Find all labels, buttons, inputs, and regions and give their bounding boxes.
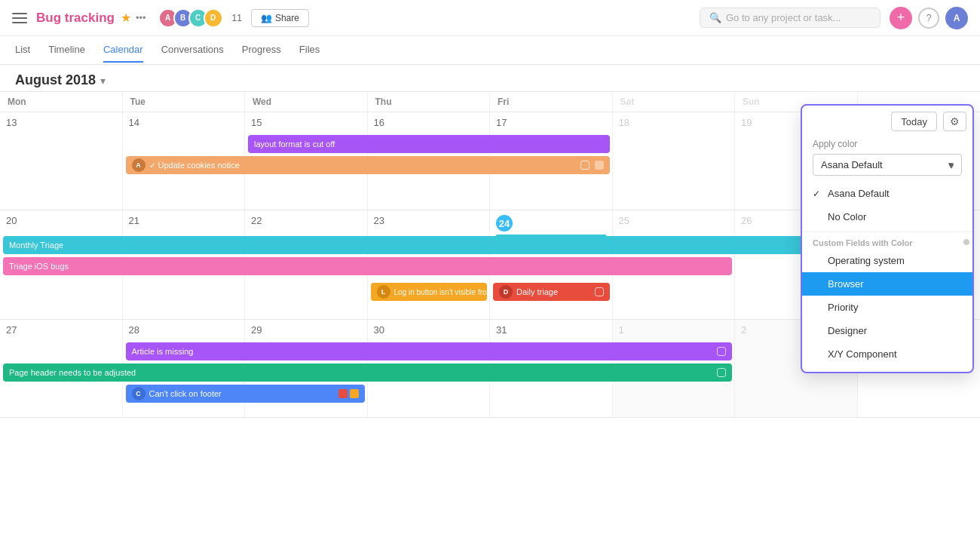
share-button[interactable]: 👥 Share bbox=[251, 9, 309, 27]
event-layout-format[interactable]: layout format is cut off bbox=[248, 135, 610, 153]
help-button[interactable]: ? bbox=[918, 8, 939, 29]
menu-divider bbox=[802, 232, 972, 232]
share-icon: 👥 bbox=[261, 13, 272, 23]
add-button[interactable]: + bbox=[890, 7, 912, 29]
custom-fields-label: Custom Fields with Color bbox=[802, 235, 972, 249]
tab-calendar[interactable]: Calendar bbox=[103, 38, 143, 63]
event-checkbox-daily[interactable] bbox=[595, 287, 604, 296]
apply-color-section: Apply color Asana Default ▾ bbox=[802, 131, 972, 179]
search-icon: 🔍 bbox=[709, 12, 721, 23]
event-triage-ios[interactable]: Triage iOS bugs bbox=[3, 257, 732, 275]
top-bar: Bug tracking ★ ••• A B C D 11 👥 Share 🔍 … bbox=[0, 0, 980, 36]
avatar-group: A B C D bbox=[158, 8, 223, 28]
event-article-missing[interactable]: Article is missing bbox=[126, 342, 733, 360]
option-operating-system[interactable]: ✓ Operating system bbox=[802, 249, 972, 272]
panel-top-bar: Today ⚙ bbox=[802, 106, 972, 131]
day-cell-13: 13 bbox=[0, 112, 123, 210]
event-monthly-triage[interactable]: Monthly Triage bbox=[3, 236, 855, 254]
option-priority[interactable]: ✓ Priority bbox=[802, 296, 972, 319]
event-badge-red bbox=[338, 389, 348, 398]
event-avatar-daily: D bbox=[499, 285, 513, 299]
scrollbar-dot bbox=[963, 239, 969, 245]
event-avatar: A bbox=[132, 158, 145, 172]
day-header-sat: Sat bbox=[613, 92, 736, 112]
month-dropdown-arrow[interactable]: ▾ bbox=[100, 75, 106, 87]
user-avatar[interactable]: A bbox=[945, 7, 968, 29]
more-icon[interactable]: ••• bbox=[136, 12, 146, 23]
color-select-wrapper: Asana Default ▾ bbox=[813, 154, 962, 176]
tab-conversations[interactable]: Conversations bbox=[161, 38, 224, 63]
event-checkbox-article[interactable] bbox=[717, 347, 726, 356]
event-page-header[interactable]: Page header needs to be adjusted bbox=[3, 363, 732, 382]
event-login-button[interactable]: L Log in button isn't visible from mobil… bbox=[371, 283, 488, 301]
option-asana-default[interactable]: ✓ Asana Default bbox=[802, 182, 972, 205]
event-avatar-login: L bbox=[377, 285, 390, 299]
project-title: Bug tracking bbox=[36, 11, 115, 26]
day-header-thu: Thu bbox=[368, 92, 491, 112]
day-header-fri: Fri bbox=[490, 92, 613, 112]
apply-color-label: Apply color bbox=[813, 139, 962, 149]
today-button[interactable]: Today bbox=[891, 112, 937, 131]
option-xy-component[interactable]: ✓ X/Y Component bbox=[802, 342, 972, 366]
event-daily-triage[interactable]: D Daily triage bbox=[493, 283, 610, 301]
search-bar[interactable]: 🔍 Go to any project or task... bbox=[700, 8, 880, 28]
apply-color-panel: Today ⚙ Apply color Asana Default ▾ ✓ As… bbox=[801, 104, 974, 373]
event-badge-orange bbox=[350, 389, 359, 398]
day-cell-18: 18 bbox=[613, 112, 736, 210]
month-title: August 2018 bbox=[15, 72, 96, 88]
option-browser[interactable]: Browser bbox=[802, 272, 972, 296]
settings-button[interactable]: ⚙ bbox=[943, 112, 966, 131]
event-checkbox-1[interactable] bbox=[580, 161, 590, 170]
color-dropdown-menu: ✓ Asana Default ✓ No Color Custom Fields… bbox=[802, 182, 972, 366]
menu-icon[interactable] bbox=[12, 13, 27, 23]
day-header-tue: Tue bbox=[123, 92, 246, 112]
tab-timeline[interactable]: Timeline bbox=[48, 38, 85, 63]
day-header-mon: Mon bbox=[0, 92, 123, 112]
option-designer[interactable]: ✓ Designer bbox=[802, 319, 972, 342]
tab-list[interactable]: List bbox=[15, 38, 30, 63]
event-checkbox-header[interactable] bbox=[717, 368, 726, 377]
tab-files[interactable]: Files bbox=[299, 38, 320, 63]
event-checkbox-2[interactable] bbox=[595, 161, 604, 170]
avatar: D bbox=[204, 8, 223, 28]
day-header-wed: Wed bbox=[245, 92, 368, 112]
nav-tabs: List Timeline Calendar Conversations Pro… bbox=[0, 36, 980, 65]
star-icon[interactable]: ★ bbox=[121, 11, 131, 25]
event-avatar-footer: C bbox=[132, 387, 145, 400]
option-no-color[interactable]: ✓ No Color bbox=[802, 205, 972, 228]
event-footer-click[interactable]: C Can't click on footer bbox=[126, 385, 365, 403]
event-update-cookies[interactable]: A ✓ Update cookies notice bbox=[126, 156, 610, 174]
calendar-container: August 2018 ▾ Mon Tue Wed Thu Fri Sat Su… bbox=[0, 65, 980, 549]
tab-progress[interactable]: Progress bbox=[242, 38, 281, 63]
color-select-display[interactable]: Asana Default ▾ bbox=[813, 154, 962, 176]
avatar-count: 11 bbox=[232, 13, 242, 23]
